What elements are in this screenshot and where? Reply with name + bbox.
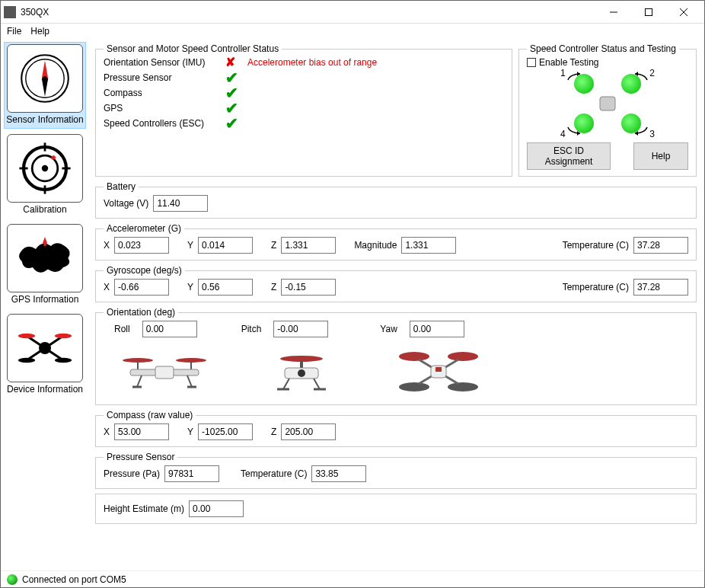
status-label: Pressure Sensor <box>104 72 218 83</box>
svg-point-45 <box>298 369 305 377</box>
accel-temp-label: Temperature (C) <box>563 240 629 251</box>
svg-point-17 <box>51 155 56 160</box>
accel-temp-input[interactable] <box>633 237 688 254</box>
globe-icon <box>7 224 83 292</box>
gyro-z-label: Z <box>271 282 276 292</box>
gyro-z-input[interactable] <box>281 279 336 296</box>
enable-testing-label: Enable Testing <box>539 57 599 68</box>
accel-x-label: X <box>104 240 110 251</box>
maximize-button[interactable] <box>631 1 666 24</box>
check-icon: ✔ <box>225 118 238 129</box>
minimize-button[interactable] <box>596 1 631 24</box>
yaw-input[interactable] <box>410 321 464 337</box>
pitch-input[interactable] <box>273 321 328 337</box>
svg-rect-1 <box>646 8 652 15</box>
window-title: 350QX <box>21 7 596 18</box>
svg-marker-7 <box>42 60 45 78</box>
gyro-y-input[interactable] <box>198 279 253 296</box>
menubar: File Help <box>1 24 704 39</box>
status-panel: Sensor and Motor Speed Controller Status… <box>95 43 512 177</box>
pressure-panel: Pressure Sensor Pressure (Pa) Temperatur… <box>95 452 697 489</box>
gyro-temp-input[interactable] <box>633 279 688 296</box>
compass-title: Compass (raw value) <box>104 410 196 420</box>
svg-rect-43 <box>300 360 303 368</box>
drone-yaw-image <box>393 345 484 398</box>
check-icon: ✔ <box>225 72 238 83</box>
motor-diagram: 1 2 3 4 <box>554 69 661 138</box>
app-icon <box>4 6 16 18</box>
accel-y-input[interactable] <box>198 237 253 254</box>
close-button[interactable] <box>666 1 701 24</box>
accel-z-input[interactable] <box>281 237 336 254</box>
svg-point-12 <box>42 165 48 171</box>
svg-rect-19 <box>43 241 46 246</box>
accel-panel: Accelerometer (G) X Y Z Magnitude Temper… <box>95 223 697 260</box>
motor-4[interactable] <box>574 113 594 133</box>
sidebar-item-sensor-information[interactable]: Sensor Information <box>4 42 86 129</box>
svg-line-47 <box>314 379 320 389</box>
sidebar-item-calibration[interactable]: Calibration <box>4 132 86 219</box>
pressure-label: Pressure (Pa) <box>104 468 160 479</box>
status-row-gps: GPS ✔ <box>104 103 504 113</box>
compass-z-input[interactable] <box>281 423 336 440</box>
status-panel-title: Sensor and Motor Speed Controller Status <box>104 43 282 54</box>
gyro-title: Gyroscope (deg/s) <box>104 265 185 276</box>
connection-led-icon <box>7 574 18 585</box>
svg-line-39 <box>187 375 192 387</box>
esc-panel: Speed Controller Status and Testing Enab… <box>518 43 697 177</box>
gyro-y-label: Y <box>187 282 193 292</box>
motor-3[interactable] <box>621 113 641 133</box>
sidebar-item-gps-information[interactable]: GPS Information <box>4 222 86 308</box>
gyro-x-input[interactable] <box>114 279 169 296</box>
svg-line-46 <box>283 379 289 389</box>
compass-y-input[interactable] <box>198 423 253 440</box>
enable-testing-checkbox[interactable]: Enable Testing <box>527 57 688 68</box>
height-input[interactable] <box>189 500 244 517</box>
target-icon <box>7 134 83 203</box>
menu-help[interactable]: Help <box>30 26 49 37</box>
gyro-temp-label: Temperature (C) <box>563 282 629 292</box>
svg-rect-37 <box>155 366 174 379</box>
drone-pitch-image <box>256 345 347 398</box>
statusbar: Connected on port COM5 <box>1 570 704 587</box>
status-label: GPS <box>104 103 218 113</box>
gyro-panel: Gyroscope (deg/s) X Y Z Temperature (C) <box>95 265 697 302</box>
roll-input[interactable] <box>142 321 197 337</box>
titlebar: 350QX <box>1 1 704 24</box>
accel-y-label: Y <box>187 240 193 251</box>
drone-roll-image <box>119 345 210 398</box>
voltage-label: Voltage (V) <box>104 198 148 209</box>
esc-help-button[interactable]: Help <box>633 142 688 170</box>
motor-1[interactable] <box>574 74 594 94</box>
compass-panel: Compass (raw value) X Y Z <box>95 410 697 447</box>
svg-point-22 <box>39 342 51 354</box>
compass-y-label: Y <box>187 427 193 437</box>
svg-point-23 <box>18 334 35 338</box>
sidebar-item-label: Sensor Information <box>6 114 83 125</box>
accel-x-input[interactable] <box>114 237 169 254</box>
status-row-esc: Speed Controllers (ESC) ✔ <box>104 118 504 129</box>
svg-rect-35 <box>190 362 192 369</box>
svg-point-9 <box>43 76 47 81</box>
menu-file[interactable]: File <box>7 26 21 37</box>
sidebar-item-device-information[interactable]: Device Information <box>4 312 86 398</box>
motor-2[interactable] <box>621 74 641 94</box>
gyro-x-label: X <box>104 282 110 292</box>
checkbox-icon <box>527 58 536 67</box>
svg-point-26 <box>55 358 72 363</box>
accel-title: Accelerometer (G) <box>104 223 184 234</box>
pressure-temp-label: Temperature (C) <box>241 468 307 479</box>
accel-mag-input[interactable] <box>401 237 456 254</box>
esc-id-assignment-button[interactable]: ESC ID Assignment <box>527 142 611 170</box>
svg-line-38 <box>137 375 142 387</box>
voltage-input[interactable] <box>153 195 208 212</box>
compass-x-input[interactable] <box>114 423 169 440</box>
height-label: Height Estimate (m) <box>104 503 184 514</box>
orientation-panel: Orientation (deg) Roll Pitch Yaw <box>95 307 697 405</box>
battery-title: Battery <box>104 181 139 192</box>
pressure-temp-input[interactable] <box>311 465 366 482</box>
pressure-input[interactable] <box>164 465 219 482</box>
svg-rect-34 <box>137 362 139 369</box>
svg-point-25 <box>18 358 35 363</box>
status-row-pressure: Pressure Sensor ✔ <box>104 72 504 83</box>
